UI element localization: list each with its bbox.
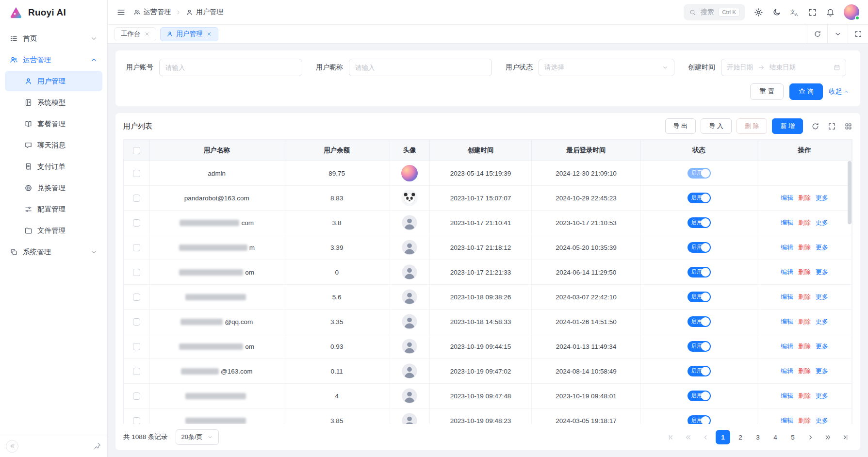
fullscreen-icon[interactable] [828, 122, 836, 131]
sidebar-item[interactable]: 用户管理 [5, 71, 102, 91]
collapse-filters-link[interactable]: 收起 [829, 87, 850, 96]
delete-link[interactable]: 删除 [798, 244, 811, 251]
refresh-icon[interactable] [811, 122, 819, 131]
status-toggle[interactable]: 启用 [688, 217, 711, 228]
grid-icon[interactable] [844, 122, 852, 131]
status-toggle[interactable]: 启用 [688, 415, 711, 424]
export-button[interactable]: 导 出 [665, 118, 696, 134]
more-link[interactable]: 更多 [816, 343, 828, 350]
tab-user-management[interactable]: 用户管理 [160, 27, 218, 41]
delete-link[interactable]: 删除 [798, 194, 811, 201]
reset-button[interactable]: 重 置 [750, 83, 784, 100]
status-toggle[interactable]: 启用 [688, 267, 711, 277]
row-checkbox[interactable] [133, 294, 140, 301]
tab-workbench[interactable]: 工作台 [115, 27, 156, 41]
row-checkbox[interactable] [133, 392, 140, 400]
page-button[interactable]: 1 [716, 430, 730, 444]
breadcrumb-operations[interactable]: 运营管理 [133, 8, 171, 16]
user-avatar-button[interactable] [844, 4, 859, 20]
page-first-button[interactable] [663, 430, 678, 444]
page-button[interactable]: 5 [786, 430, 800, 444]
sidebar-item[interactable]: 运营管理 [5, 49, 102, 70]
tab-fullscreen-button[interactable] [848, 25, 868, 43]
sidebar-item[interactable]: 系统管理 [5, 242, 102, 262]
gear-icon[interactable] [754, 8, 763, 17]
edit-link[interactable]: 编辑 [781, 268, 793, 276]
bell-icon[interactable] [826, 8, 835, 17]
tab-menu-button[interactable] [827, 25, 848, 43]
page-button[interactable]: 2 [733, 430, 748, 444]
more-link[interactable]: 更多 [816, 219, 828, 226]
pin-icon[interactable] [93, 442, 101, 450]
import-button[interactable]: 导 入 [701, 118, 732, 134]
edit-link[interactable]: 编辑 [781, 244, 793, 251]
row-checkbox[interactable] [133, 343, 140, 350]
edit-link[interactable]: 编辑 [781, 194, 793, 201]
moon-icon[interactable] [772, 8, 781, 17]
nickname-input[interactable] [349, 59, 492, 76]
hamburger-icon[interactable] [116, 8, 126, 17]
page-prev-button[interactable] [698, 430, 713, 444]
more-link[interactable]: 更多 [816, 244, 828, 251]
sidebar-item[interactable]: 系统模型 [5, 92, 102, 113]
more-link[interactable]: 更多 [816, 318, 828, 325]
sidebar-item[interactable]: 兑换管理 [5, 178, 102, 198]
table-scrollbar[interactable] [848, 161, 852, 424]
edit-link[interactable]: 编辑 [781, 318, 793, 325]
row-checkbox[interactable] [133, 269, 140, 276]
close-icon[interactable] [206, 31, 212, 37]
sidebar-collapse-button[interactable] [6, 440, 18, 453]
sidebar-item[interactable]: 文件管理 [5, 220, 102, 241]
edit-link[interactable]: 编辑 [781, 392, 793, 399]
delete-button[interactable]: 删 除 [737, 118, 768, 134]
edit-link[interactable]: 编辑 [781, 343, 793, 350]
more-link[interactable]: 更多 [816, 417, 828, 424]
page-button[interactable]: 4 [768, 430, 783, 444]
more-link[interactable]: 更多 [816, 268, 828, 276]
row-checkbox[interactable] [133, 368, 140, 375]
row-checkbox[interactable] [133, 318, 140, 326]
more-link[interactable]: 更多 [816, 194, 828, 201]
page-next-group-button[interactable] [820, 430, 835, 444]
delete-link[interactable]: 删除 [798, 219, 811, 226]
edit-link[interactable]: 编辑 [781, 293, 793, 300]
sidebar-item[interactable]: 支付订单 [5, 156, 102, 177]
edit-link[interactable]: 编辑 [781, 219, 793, 226]
status-toggle[interactable]: 启用 [688, 242, 711, 253]
row-checkbox[interactable] [133, 195, 140, 202]
query-button[interactable]: 查 询 [789, 83, 823, 100]
more-link[interactable]: 更多 [816, 367, 828, 375]
page-prev-group-button[interactable] [681, 430, 695, 444]
delete-link[interactable]: 删除 [798, 293, 811, 300]
page-last-button[interactable] [838, 430, 852, 444]
fullscreen-icon[interactable] [808, 8, 817, 17]
status-toggle[interactable]: 启用 [688, 341, 711, 352]
account-input[interactable] [159, 59, 302, 76]
row-checkbox[interactable] [133, 244, 140, 251]
page-next-button[interactable] [803, 430, 818, 444]
created-date-range[interactable]: 开始日期 结束日期 [721, 59, 846, 76]
close-icon[interactable] [144, 31, 150, 37]
select-all-checkbox[interactable] [133, 147, 140, 154]
page-size-select[interactable]: 20条/页 [176, 429, 219, 445]
scrollbar-thumb[interactable] [848, 161, 852, 224]
sidebar-item[interactable]: 套餐管理 [5, 114, 102, 134]
status-toggle[interactable]: 启用 [688, 391, 711, 401]
delete-link[interactable]: 删除 [798, 367, 811, 375]
status-toggle[interactable]: 启用 [688, 366, 711, 376]
page-button[interactable]: 3 [751, 430, 765, 444]
delete-link[interactable]: 删除 [798, 318, 811, 325]
sidebar-item[interactable]: 首页 [5, 28, 102, 49]
more-link[interactable]: 更多 [816, 392, 828, 399]
row-checkbox[interactable] [133, 417, 140, 424]
row-checkbox[interactable] [133, 219, 140, 227]
translate-icon[interactable]: 文A [790, 8, 799, 17]
delete-link[interactable]: 删除 [798, 268, 811, 276]
row-checkbox[interactable] [133, 170, 140, 177]
delete-link[interactable]: 删除 [798, 392, 811, 399]
add-button[interactable]: 新 增 [772, 118, 803, 134]
status-select[interactable]: 请选择 [539, 59, 674, 76]
status-toggle[interactable]: 启用 [688, 316, 711, 327]
delete-link[interactable]: 删除 [798, 343, 811, 350]
status-toggle[interactable]: 启用 [688, 292, 711, 302]
